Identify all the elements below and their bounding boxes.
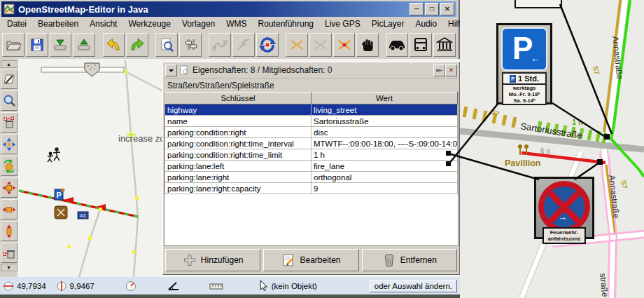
tag-value[interactable]: fire_lane xyxy=(312,161,458,172)
merge-icon-orange xyxy=(288,36,305,53)
tag-value[interactable]: living_street xyxy=(312,104,458,116)
bus-button[interactable] xyxy=(410,33,432,57)
table-row[interactable]: parking:lane:right:capacity9 xyxy=(165,183,458,194)
table-row[interactable]: nameSartoriusstraße xyxy=(165,116,458,127)
tag-value[interactable]: Sartoriusstraße xyxy=(312,116,458,127)
tag-key[interactable]: parking:condition:right:time_limit xyxy=(165,149,312,161)
panel-menu-button[interactable] xyxy=(165,65,177,76)
preferences-button[interactable] xyxy=(179,33,202,57)
car-button[interactable] xyxy=(386,33,409,57)
menu-piclayer[interactable]: PicLayer xyxy=(366,18,410,30)
scale-horizontal-icon xyxy=(2,203,16,217)
tag-key[interactable]: parking:lane:right:capacity xyxy=(165,183,312,194)
move-tool-button[interactable] xyxy=(1,134,18,154)
menu-routenfuehrung[interactable]: Routenführung xyxy=(253,18,319,30)
svg-text:41: 41 xyxy=(80,212,86,219)
restaurant-poi-icon xyxy=(55,206,67,219)
join-node-way-button[interactable] xyxy=(333,33,356,57)
save-button[interactable] xyxy=(26,33,48,57)
scale-tool-button[interactable] xyxy=(1,177,18,198)
tag-key[interactable]: highway xyxy=(165,104,312,116)
street-label-partial: straße xyxy=(598,273,610,298)
table-row[interactable]: parking:lane:leftfire_lane xyxy=(165,161,458,172)
menu-werkzeuge[interactable]: Werkzeuge xyxy=(122,18,176,30)
object-info: (kein Objekt) xyxy=(258,280,317,292)
table-row[interactable]: highwayliving_street xyxy=(165,104,458,116)
parking-lane-gold-dashes xyxy=(464,107,515,128)
column-header-key[interactable]: Schlüssel xyxy=(165,93,312,104)
tag-value[interactable]: orthogonal xyxy=(312,172,458,183)
tag-value[interactable]: 9 xyxy=(312,183,458,194)
synchronize-button[interactable] xyxy=(256,33,279,57)
pan-button[interactable] xyxy=(356,33,379,57)
menu-ansicht[interactable]: Ansicht xyxy=(84,18,122,30)
svg-text:P: P xyxy=(57,191,62,199)
menu-live-gps[interactable]: Live GPS xyxy=(319,18,366,30)
edit-tag-button[interactable]: Bearbeiten xyxy=(263,249,358,271)
menu-datei[interactable]: Datei xyxy=(1,18,32,30)
scroll-up-icon[interactable]: ▲ xyxy=(1,60,18,68)
edit-tool-button[interactable] xyxy=(1,69,18,89)
merge-nodes-button-gray[interactable] xyxy=(309,33,332,57)
tag-value[interactable]: MTWTF--:09:00-18:00, ----S-:09:00-14:00 xyxy=(312,138,458,149)
preset-link[interactable]: Straßen/Straßen/Spielstraße xyxy=(163,78,459,92)
maximize-button[interactable]: □ xyxy=(425,3,439,15)
menu-audio[interactable]: Audio xyxy=(410,18,442,30)
menu-vorlagen[interactable]: Vorlagen xyxy=(176,18,220,30)
scroll-down-icon[interactable]: ▼ xyxy=(1,264,18,271)
rotate-tool-button[interactable] xyxy=(1,156,18,176)
properties-panel: Eigenschaften: 8 / Mitgliedschaften: 0 ✕… xyxy=(162,62,460,275)
unglue-way-button[interactable] xyxy=(209,33,231,57)
open-button[interactable] xyxy=(2,33,24,57)
undo-button[interactable] xyxy=(103,33,125,57)
tag-key[interactable]: name xyxy=(165,116,312,127)
scale-vertical-tool-button[interactable] xyxy=(1,221,18,241)
scale-horizontal-tool-button[interactable] xyxy=(1,199,18,219)
zoom-selection-button[interactable] xyxy=(155,33,178,57)
change-selection-button[interactable]: oder Auswahl ändern. xyxy=(370,280,457,292)
panel-button-row: Hinzufügen Bearbeiten Entfernen xyxy=(163,246,459,274)
merge-nodes-button-disabled[interactable] xyxy=(286,33,308,57)
remove-tag-button[interactable]: Entfernen xyxy=(362,249,457,271)
split-way-button[interactable] xyxy=(232,33,255,57)
tag-value[interactable]: 1 h xyxy=(312,149,458,161)
menu-wms[interactable]: WMS xyxy=(220,18,252,30)
tag-key[interactable]: parking:condition:right xyxy=(165,127,312,138)
delete-tool-button[interactable] xyxy=(1,112,18,133)
tag-value[interactable]: disc xyxy=(312,127,458,138)
title-bar[interactable]: OpenStreetMap-Editor in Java ─ □ ✕ xyxy=(1,1,456,17)
bank-poi-button[interactable] xyxy=(433,33,456,57)
route-ref-s7-west: S7 xyxy=(489,108,500,118)
longitude-value: 9,9467 xyxy=(70,282,94,290)
close-button[interactable]: ✕ xyxy=(440,3,454,15)
table-row[interactable]: parking:lane:rightorthogonal xyxy=(165,172,458,183)
download-button[interactable] xyxy=(50,33,72,57)
menu-bearbeiten[interactable]: Bearbeiten xyxy=(32,18,84,30)
longitude-icon xyxy=(56,280,67,292)
delete-node-tool-button[interactable] xyxy=(1,243,18,263)
scale-icon xyxy=(2,181,16,195)
column-header-value[interactable]: Wert xyxy=(312,93,458,104)
redo-button[interactable] xyxy=(126,33,148,57)
add-tag-button[interactable]: Hinzufügen xyxy=(165,249,260,271)
hand-icon xyxy=(359,36,376,53)
pin-button[interactable] xyxy=(433,65,445,76)
cursor-icon xyxy=(258,280,269,292)
rendered-parking-map: Sartoriusstraße Annastraße Annastraße st… xyxy=(460,0,644,298)
minimize-button[interactable]: ─ xyxy=(410,3,424,15)
table-row[interactable]: parking:condition:right:time_limit1 h xyxy=(165,149,458,161)
route-ref-s7-bottom: S7 xyxy=(620,180,629,190)
table-row[interactable]: parking:condition:right:time_intervalMTW… xyxy=(165,138,458,149)
zoom-tool-button[interactable] xyxy=(1,90,18,111)
parking-days: werktags xyxy=(503,85,545,91)
tag-key[interactable]: parking:lane:right xyxy=(165,172,312,183)
table-row[interactable]: parking:condition:rightdisc xyxy=(165,127,458,138)
right-arrow-icon: → xyxy=(558,212,567,222)
panel-close-button[interactable]: ✕ xyxy=(445,65,457,76)
tag-key[interactable]: parking:condition:right:time_interval xyxy=(165,138,312,149)
upload-button[interactable] xyxy=(73,33,95,57)
edit-tag-label: Bearbeiten xyxy=(300,255,340,265)
join-node-icon xyxy=(336,36,353,53)
zoom-document-icon xyxy=(158,36,175,53)
tag-key[interactable]: parking:lane:left xyxy=(165,161,312,172)
